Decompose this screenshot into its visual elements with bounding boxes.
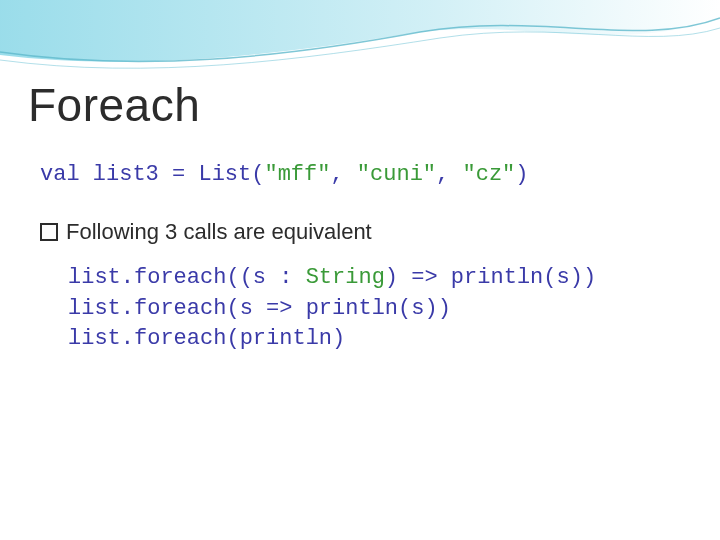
decorative-wave (0, 0, 720, 90)
call1-type: String (306, 265, 385, 290)
bullet-icon (40, 223, 58, 241)
code-call-3: list.foreach(println) (68, 324, 680, 355)
call1-a: list.foreach((s : (68, 265, 306, 290)
slide: Foreach val list3 = List("mff", "cuni", … (0, 0, 720, 540)
body-text-line: Following 3 calls are equivalent (40, 219, 680, 245)
slide-title: Foreach (28, 78, 200, 132)
code-call-1: list.foreach((s : String) => println(s)) (68, 263, 680, 294)
decl-c2: , (436, 162, 462, 187)
decl-post: ) (515, 162, 528, 187)
decl-str3: "cz" (462, 162, 515, 187)
code-block: list.foreach((s : String) => println(s))… (68, 263, 680, 355)
decl-pre: val list3 = List( (40, 162, 264, 187)
decl-str2: "cuni" (357, 162, 436, 187)
decl-str1: "mff" (264, 162, 330, 187)
body-text: Following 3 calls are equivalent (66, 219, 372, 244)
decl-c1: , (330, 162, 356, 187)
slide-content: val list3 = List("mff", "cuni", "cz") Fo… (40, 160, 680, 355)
code-call-2: list.foreach(s => println(s)) (68, 294, 680, 325)
call1-b: ) => println(s)) (385, 265, 596, 290)
code-declaration: val list3 = List("mff", "cuni", "cz") (40, 160, 680, 191)
